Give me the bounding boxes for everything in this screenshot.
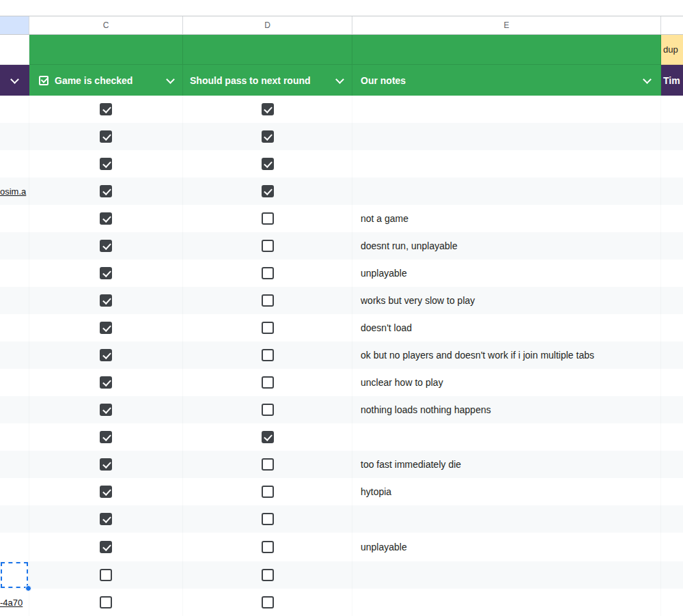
checkbox-pass-next[interactable] — [262, 569, 274, 581]
cell-note[interactable]: unplayable — [352, 260, 661, 287]
cell-game-checked[interactable] — [29, 533, 183, 561]
cell-pass-next-round[interactable] — [183, 533, 352, 561]
cell-f[interactable] — [661, 341, 683, 369]
checkbox-pass-next[interactable] — [262, 267, 274, 279]
cell-f[interactable] — [661, 451, 683, 478]
checkbox-game-checked[interactable] — [100, 240, 112, 252]
cell-b[interactable] — [0, 561, 29, 589]
cell-game-checked[interactable] — [29, 150, 183, 178]
checkbox-game-checked[interactable] — [100, 513, 112, 525]
cell-game-checked[interactable] — [29, 478, 183, 505]
cell-b[interactable] — [0, 341, 29, 369]
cell-game-checked[interactable] — [29, 423, 183, 451]
cell-note[interactable]: doesn't load — [352, 314, 661, 341]
checkbox-pass-next[interactable] — [262, 185, 274, 197]
cell-b[interactable]: -4a70 — [0, 589, 29, 616]
cell-game-checked[interactable] — [29, 341, 183, 369]
cell-game-checked[interactable] — [29, 561, 183, 589]
banner-cell-c[interactable] — [29, 35, 183, 65]
cell-game-checked[interactable] — [29, 232, 183, 260]
cell-f[interactable] — [661, 314, 683, 341]
cell-note[interactable]: unplayable — [352, 533, 661, 561]
cell-f[interactable] — [661, 423, 683, 451]
cell-pass-next-round[interactable] — [183, 561, 352, 589]
cell-note[interactable] — [352, 589, 661, 616]
checkbox-pass-next[interactable] — [262, 349, 274, 361]
checkbox-game-checked[interactable] — [100, 458, 112, 471]
checkbox-game-checked[interactable] — [100, 431, 112, 443]
cell-f[interactable] — [661, 178, 683, 205]
checkbox-game-checked[interactable] — [100, 541, 112, 553]
cell-b[interactable]: osim.a — [0, 178, 29, 205]
cell-pass-next-round[interactable] — [183, 123, 352, 150]
column-header-e[interactable]: E — [352, 16, 661, 34]
checkbox-pass-next[interactable] — [262, 486, 274, 498]
checkbox-pass-next[interactable] — [262, 431, 274, 443]
cell-pass-next-round[interactable] — [183, 423, 352, 451]
cell-game-checked[interactable] — [29, 369, 183, 396]
cell-note[interactable]: too fast immediately die — [352, 451, 661, 478]
cell-note[interactable] — [352, 96, 661, 123]
cell-pass-next-round[interactable] — [183, 396, 352, 423]
checkbox-pass-next[interactable] — [262, 513, 274, 525]
banner-cell-d[interactable] — [183, 35, 352, 65]
column-header-c[interactable]: C — [29, 16, 183, 34]
cell-f[interactable] — [661, 589, 683, 616]
checkbox-game-checked[interactable] — [100, 349, 112, 361]
checkbox-game-checked[interactable] — [100, 130, 112, 143]
chevron-down-icon[interactable] — [11, 76, 18, 84]
cell-note[interactable] — [352, 178, 661, 205]
checkbox-game-checked[interactable] — [100, 294, 112, 307]
cell-f[interactable] — [661, 561, 683, 589]
cell-b[interactable] — [0, 232, 29, 260]
cell-game-checked[interactable] — [29, 396, 183, 423]
cell-f[interactable] — [661, 396, 683, 423]
cell-f[interactable] — [661, 260, 683, 287]
cell-b[interactable] — [0, 396, 29, 423]
filter-header-right-partial[interactable]: Tim — [661, 65, 683, 96]
cell-f[interactable] — [661, 287, 683, 314]
cell-f[interactable] — [661, 96, 683, 123]
cell-game-checked[interactable] — [29, 260, 183, 287]
checkbox-game-checked[interactable] — [100, 158, 112, 170]
checkbox-game-checked[interactable] — [100, 596, 112, 608]
checkbox-pass-next[interactable] — [262, 376, 274, 389]
checkbox-pass-next[interactable] — [262, 158, 274, 170]
checkbox-pass-next[interactable] — [262, 322, 274, 334]
cell-pass-next-round[interactable] — [183, 451, 352, 478]
cell-b[interactable] — [0, 478, 29, 505]
filter-header-pass-next-round[interactable]: Should pass to next round — [183, 65, 352, 96]
cell-b[interactable] — [0, 451, 29, 478]
cell-note[interactable] — [352, 423, 661, 451]
cell-pass-next-round[interactable] — [183, 369, 352, 396]
cell-game-checked[interactable] — [29, 96, 183, 123]
cell-pass-next-round[interactable] — [183, 287, 352, 314]
cell-pass-next-round[interactable] — [183, 260, 352, 287]
checkbox-game-checked[interactable] — [100, 212, 112, 225]
cell-b[interactable] — [0, 123, 29, 150]
checkbox-pass-next[interactable] — [262, 103, 274, 115]
fill-handle[interactable] — [25, 585, 31, 591]
cell-note[interactable]: doesnt run, unplayable — [352, 232, 661, 260]
cell-note[interactable]: unclear how to play — [352, 369, 661, 396]
checkbox-game-checked[interactable] — [100, 185, 112, 197]
banner-cell-b[interactable] — [0, 35, 29, 65]
checkbox-pass-next[interactable] — [262, 596, 274, 608]
checkbox-pass-next[interactable] — [262, 240, 274, 252]
checkbox-pass-next[interactable] — [262, 294, 274, 307]
cell-game-checked[interactable] — [29, 205, 183, 232]
cell-pass-next-round[interactable] — [183, 505, 352, 533]
checkbox-pass-next[interactable] — [262, 404, 274, 416]
cell-pass-next-round[interactable] — [183, 314, 352, 341]
checkbox-game-checked[interactable] — [100, 376, 112, 389]
column-header-b[interactable] — [0, 16, 29, 34]
cell-game-checked[interactable] — [29, 178, 183, 205]
cell-note[interactable]: nothing loads nothing happens — [352, 396, 661, 423]
cell-pass-next-round[interactable] — [183, 341, 352, 369]
cell-note[interactable]: works but very slow to play — [352, 287, 661, 314]
cell-pass-next-round[interactable] — [183, 178, 352, 205]
cell-f[interactable] — [661, 533, 683, 561]
cell-note[interactable] — [352, 123, 661, 150]
cell-note[interactable]: ok but no players and doesn't work if i … — [352, 341, 661, 369]
cell-game-checked[interactable] — [29, 505, 183, 533]
